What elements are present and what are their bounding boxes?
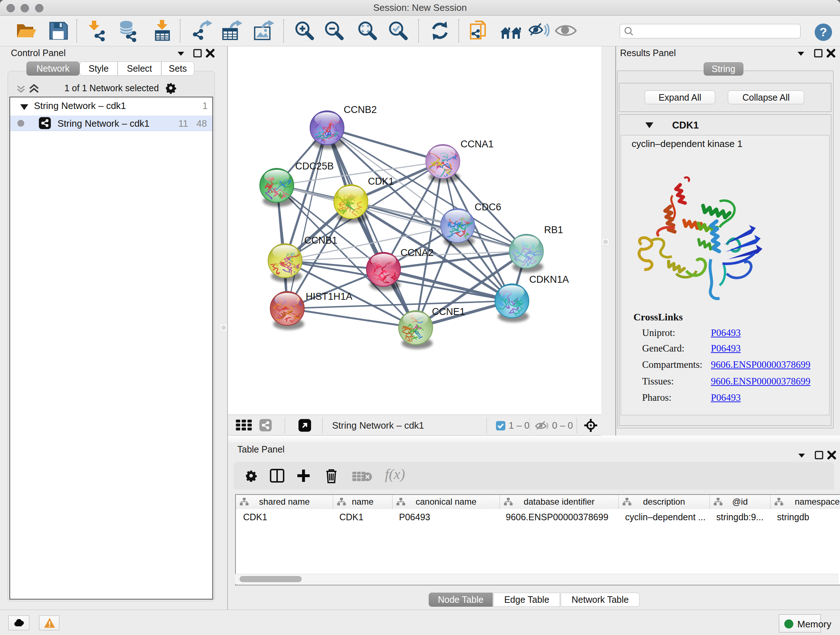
svg-text:CCNA1: CCNA1 [461,139,494,149]
svg-text:CDC25B: CDC25B [295,161,334,172]
svg-text:HIST1H1A: HIST1H1A [306,291,352,302]
svg-text:CDC6: CDC6 [475,202,501,212]
svg-text:RB1: RB1 [544,225,563,235]
svg-text:CCNB1: CCNB1 [304,235,338,246]
svg-text:CCNE1: CCNE1 [432,306,465,317]
svg-text:CCNB2: CCNB2 [344,104,377,115]
svg-text:CDKN1A: CDKN1A [529,274,569,285]
svg-text:CDK1: CDK1 [368,176,394,187]
svg-text:CCNA2: CCNA2 [401,247,434,258]
svg-text:?: ? [820,25,827,39]
